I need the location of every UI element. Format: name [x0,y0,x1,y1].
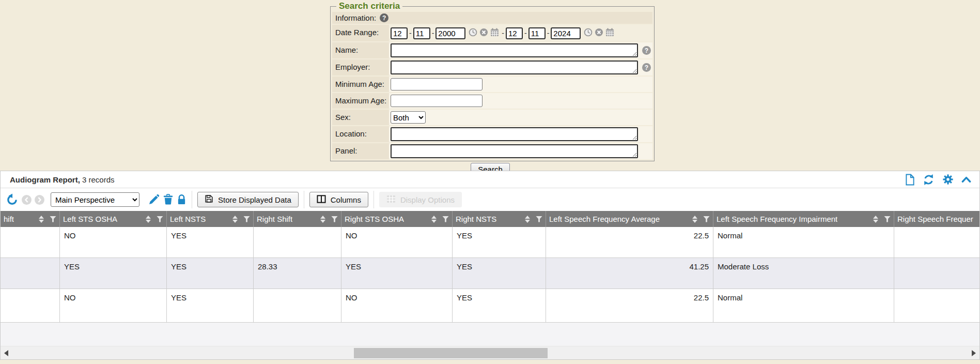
report-title-bar: Audiogram Report, 3 records [1,171,979,188]
column-header-right-sts-osha[interactable]: Right STS OSHA [341,211,453,227]
filter-icon[interactable] [243,216,250,222]
date-to-year-input[interactable] [551,27,581,39]
column-header-label: hift [4,215,14,223]
sex-select[interactable]: Both [391,111,426,124]
table-cell-right-nsts: YES [453,258,546,289]
column-header-right-speech-frequer[interactable]: Right Speech Frequer [894,211,980,227]
store-displayed-data-button[interactable]: Store Displayed Data [197,192,299,207]
information-help-icon[interactable]: ? [380,13,388,22]
horizontal-scrollbar[interactable] [1,346,979,360]
table-cell-left-nsts: YES [167,227,254,257]
calendar-icon[interactable] [605,28,614,39]
sort-icon[interactable] [146,216,151,223]
calendar-icon[interactable] [490,28,499,39]
column-header-left-speech-frequency-impairment[interactable]: Left Speech Frequency Impairment [713,211,894,227]
clear-date-icon[interactable] [479,28,488,39]
column-header-label: Right STS OSHA [345,215,404,223]
refresh-icon[interactable] [923,174,935,186]
date-separator: - [432,29,434,37]
perspective-select[interactable]: Main Perspective [51,192,139,207]
sort-icon[interactable] [320,216,325,223]
column-header-left-speech-frequency-average[interactable]: Left Speech Frequency Average [546,211,713,227]
maximum-age-row: Maximum Age: [332,93,652,109]
time-picker-icon[interactable] [584,28,593,39]
display-options-button[interactable]: Display Options [379,192,462,207]
clear-date-icon[interactable] [595,28,603,39]
column-header-left-nsts[interactable]: Left NSTS [167,211,254,227]
date-from-month-input[interactable] [391,27,408,39]
maximum-age-field[interactable] [391,95,483,107]
gear-icon[interactable] [942,174,954,185]
date-from-year-input[interactable] [435,27,465,39]
panel-field[interactable] [391,144,638,158]
filter-icon[interactable] [442,216,449,222]
table-row[interactable]: YESYES28.33YESYES41.25Moderate Loss [1,258,980,289]
filter-icon[interactable] [157,216,163,222]
toolbar-separator [374,191,374,208]
date-to-day-input[interactable] [528,27,546,39]
name-help-icon[interactable]: ? [642,46,651,55]
table-header-row: hiftLeft STS OSHALeft NSTSRight ShiftRig… [1,211,980,227]
report-table: hiftLeft STS OSHALeft NSTSRight ShiftRig… [1,211,980,360]
minimum-age-field[interactable] [391,78,483,90]
column-header-hift[interactable]: hift [1,211,60,227]
time-picker-icon[interactable] [469,28,477,39]
page-title: Audiogram Report, 3 records [10,175,115,184]
table-cell-right-speech-frequer [894,289,980,322]
date-separator: - [524,29,527,37]
scroll-left-arrow-icon[interactable] [4,350,8,356]
edit-perspective-icon[interactable] [148,194,160,205]
table-row[interactable]: NOYESNOYES22.5Normal [1,227,980,258]
filter-icon[interactable] [884,216,891,222]
search-criteria-form: Search criteria Information: ? Date Rang… [330,1,650,176]
column-header-label: Right Speech Frequer [897,215,973,223]
filter-icon[interactable] [331,216,338,222]
sort-icon[interactable] [692,216,697,223]
table-cell-left-speech-frequency-average: 41.25 [546,258,713,289]
date-to-month-input[interactable] [506,27,523,39]
column-header-right-shift[interactable]: Right Shift [254,211,341,227]
columns-button[interactable]: Columns [309,192,368,207]
location-field[interactable] [391,127,638,141]
date-from-day-input[interactable] [413,27,430,39]
filter-icon[interactable] [536,216,542,222]
table-cell-left-nsts: YES [167,289,254,322]
previous-perspective-icon[interactable] [22,195,32,205]
sex-row: Sex: Both [332,110,652,125]
column-header-left-sts-osha[interactable]: Left STS OSHA [60,211,167,227]
table-cell-left-sts-osha: YES [60,258,167,289]
scrollbar-thumb[interactable] [354,348,548,358]
filter-icon[interactable] [703,216,710,222]
sort-icon[interactable] [232,216,238,223]
minimum-age-label: Minimum Age: [332,77,389,92]
lock-perspective-icon[interactable] [177,194,186,205]
minimum-age-row: Minimum Age: [332,77,652,92]
name-field[interactable] [391,43,638,57]
date-range-label: Date Range: [332,25,389,41]
date-range-row: Date Range: - - - - - [332,25,652,41]
delete-perspective-icon[interactable] [163,194,173,205]
sort-icon[interactable] [525,216,530,223]
maximum-age-label: Maximum Age: [332,93,389,109]
record-count: 3 records [80,175,115,184]
column-header-right-nsts[interactable]: Right NSTS [453,211,546,227]
information-label: Information: [335,13,376,22]
table-cell-left-speech-frequency-impairment: Moderate Loss [713,258,894,289]
date-separator: - [409,29,412,37]
sort-icon[interactable] [431,216,437,223]
employer-help-icon[interactable]: ? [642,63,651,72]
name-label: Name: [332,42,389,58]
table-row[interactable]: NOYESNOYES22.5Normal [1,289,980,323]
document-icon[interactable] [905,174,915,186]
undo-icon[interactable] [6,193,19,206]
next-perspective-icon[interactable] [35,195,44,205]
collapse-panel-icon[interactable] [961,176,971,183]
sort-icon[interactable] [873,216,878,223]
filter-icon[interactable] [50,216,56,222]
scroll-right-arrow-icon[interactable] [972,350,976,356]
sort-icon[interactable] [39,216,44,223]
toolbar-separator [192,191,192,208]
employer-field[interactable] [391,60,638,74]
sex-label: Sex: [332,110,389,125]
store-displayed-data-label: Store Displayed Data [218,195,291,204]
